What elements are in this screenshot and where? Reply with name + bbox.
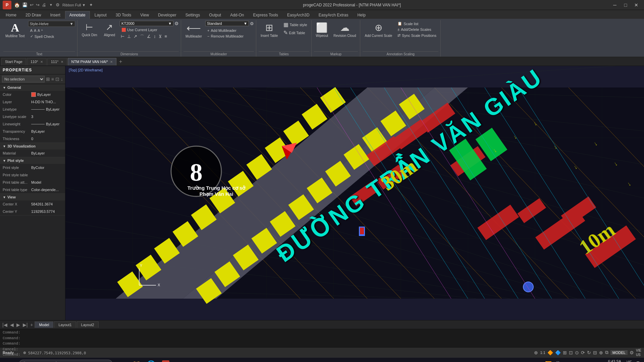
multiline-text-button[interactable]: A Multiline Text — [3, 21, 27, 39]
close-tab-111[interactable]: ✕ — [61, 60, 63, 64]
insert-table-button[interactable]: ⊞ Insert Table — [259, 21, 280, 39]
qat-ribbon-mode[interactable]: Ribbon Full ▼ — [61, 3, 87, 7]
task-view-button[interactable]: ⊟ — [115, 358, 127, 362]
dim-btn-6[interactable]: ↕ — [153, 34, 157, 40]
snap-icon[interactable]: ⊕ — [534, 350, 538, 355]
tab-express[interactable]: Express Tools — [249, 11, 282, 19]
prop-lineweight[interactable]: Lineweight ByLayer — [0, 120, 65, 128]
model-tab-model[interactable]: Model — [35, 321, 53, 328]
close-button[interactable]: ✕ — [631, 0, 641, 10]
minimize-button[interactable]: ─ — [610, 0, 620, 10]
tab-home[interactable]: Home — [1, 11, 21, 19]
tab-output[interactable]: Output — [205, 11, 225, 19]
prop-print-style-table[interactable]: Print style table — [0, 171, 65, 179]
qat-redo[interactable]: ↪ — [35, 2, 40, 7]
add-multileader-button[interactable]: + Add Multileader — [205, 28, 254, 33]
maximize-button[interactable]: □ — [621, 0, 631, 10]
prop-center-x[interactable]: Center X 584261.3674 — [0, 200, 65, 208]
prop-thickness[interactable]: Thickness 0 — [0, 135, 65, 142]
doc-tab-111[interactable]: 111° ✕ — [47, 58, 67, 65]
doc-tab-start[interactable]: Start Page — [1, 58, 26, 65]
snap-btn-6[interactable]: ⟳ — [581, 350, 585, 355]
use-current-layer-button[interactable]: Use Current Layer — [120, 27, 179, 33]
plot-style-header[interactable]: ▼ Plot style — [0, 157, 65, 164]
settings-gear-icon[interactable]: ⚙ — [630, 350, 634, 355]
dim-btn-8[interactable]: ≡ — [164, 34, 168, 40]
snap-btn-7[interactable]: ↻ — [587, 350, 591, 355]
nav-add-button[interactable]: + — [29, 322, 34, 327]
selection-dropdown[interactable]: No selection — [2, 76, 45, 82]
add-current-scale-button[interactable]: ⊕ Add Current Scale — [363, 21, 394, 39]
props-icon-2[interactable]: ≡ — [51, 76, 54, 82]
edit-table-button[interactable]: ✎ Edit Table — [281, 29, 309, 37]
tab-layout[interactable]: Layout — [90, 11, 111, 19]
tab-addon[interactable]: Add-On — [226, 11, 248, 19]
doc-tab-ntm[interactable]: NTM PHAM VAN HAI* ✕ — [68, 58, 116, 65]
taskbar-search[interactable]: 🔍 Nhập tại đây để tìm kiếm — [19, 360, 113, 362]
start-button[interactable]: ⊞ — [3, 359, 17, 362]
sync-scale-button[interactable]: ⇄ Sync Scale Positions — [395, 33, 438, 38]
snap-btn-5[interactable]: ⊙ — [575, 350, 579, 355]
qat-home[interactable]: 🏠 — [13, 2, 20, 8]
tab-developer[interactable]: Developer — [154, 11, 181, 19]
snap-btn-2[interactable]: 🔷 — [555, 350, 561, 355]
table-style-button[interactable]: ▦ Table style — [281, 21, 309, 28]
taskbar-app-explorer[interactable]: 📁 — [129, 358, 143, 362]
close-tab-110[interactable]: ✕ — [40, 60, 43, 64]
spell-check-button[interactable]: ✓ Spell Check — [28, 34, 75, 39]
qat-dropdown[interactable]: ▼ — [48, 2, 54, 7]
multileader-button[interactable]: ⟵ Multileader — [183, 21, 204, 40]
quick-dim-button[interactable]: ⊢ Quick Dim — [80, 21, 99, 38]
dim-btn-4[interactable]: ⌒ — [139, 34, 145, 40]
qat-print[interactable]: 🖨 — [41, 2, 47, 7]
dim-settings-icon[interactable]: ⚙ — [174, 21, 179, 26]
prop-material[interactable]: Material ByLayer — [0, 149, 65, 157]
taskbar-app-progecad[interactable]: P — [159, 358, 172, 362]
text-bigger-button[interactable]: A A A ᴬ — [28, 28, 75, 33]
prop-linetype-scale[interactable]: Linetype scale 3 — [0, 113, 65, 120]
props-icon-3[interactable]: ⊡ — [55, 76, 59, 82]
nav-last-button[interactable]: ▶| — [22, 322, 29, 327]
tab-easyarch3d[interactable]: EasyArch3D — [283, 11, 314, 19]
taskbar-app-edge[interactable]: 🌐 — [144, 358, 158, 362]
dim-btn-3[interactable]: ↗ — [132, 34, 138, 40]
props-icon-4[interactable]: ↓ — [61, 76, 63, 82]
new-tab-button[interactable]: + — [117, 58, 124, 65]
model-tab-layout2[interactable]: Layout2 — [77, 321, 99, 328]
dim-btn-2[interactable]: ⊥ — [126, 34, 132, 40]
prop-layer[interactable]: Layer H-DD N THO... — [0, 98, 65, 106]
tab-annotate[interactable]: Annotate — [65, 11, 90, 19]
snap-btn-4[interactable]: ⊡ — [569, 350, 573, 355]
dim-btn-7[interactable]: ⊻ — [158, 34, 163, 40]
add-delete-scales-button[interactable]: ± Add/Delete Scales — [395, 27, 438, 32]
nav-first-button[interactable]: |◀ — [1, 322, 8, 327]
qat-save[interactable]: 💾 — [21, 2, 28, 7]
props-icon-1[interactable]: ⊞ — [46, 76, 50, 82]
wipeout-button[interactable]: ⬜ Wipeout — [314, 21, 330, 39]
tab-settings[interactable]: Settings — [181, 11, 204, 19]
prop-center-y[interactable]: Center Y 1192953.5774 — [0, 208, 65, 215]
text-style-selector[interactable]: Style-Helve ▼ — [28, 21, 75, 27]
revision-cloud-button[interactable]: ☁ Revision Cloud — [331, 21, 358, 39]
aligned-dim-button[interactable]: ↗ Aligned — [102, 21, 117, 38]
view-section-header[interactable]: ▼ View — [0, 194, 65, 200]
prop-color[interactable]: Color ByLayer — [0, 91, 65, 98]
tab-easyarch-extras[interactable]: EasyArch Extras — [314, 11, 353, 19]
doc-tab-110[interactable]: 110° ✕ — [27, 58, 47, 65]
close-tab-ntm[interactable]: ✕ — [110, 60, 113, 64]
dim-style-selector[interactable]: KT2000 ▼ — [120, 21, 173, 26]
clock-display[interactable]: 6:43 SA 02/03/2022 — [605, 359, 624, 362]
ml-settings-icon[interactable]: ⚙ — [250, 21, 254, 26]
model-badge[interactable]: MODEL — [610, 350, 628, 355]
prop-transparency[interactable]: Transparency ByLayer — [0, 128, 65, 135]
prop-print-table-att[interactable]: Print table att... Model — [0, 179, 65, 186]
nav-prev-button[interactable]: ◀ — [9, 322, 15, 327]
dim-btn-5[interactable]: ∠ — [146, 34, 152, 40]
qat-undo[interactable]: ↩ — [29, 2, 34, 7]
tab-help[interactable]: Help — [353, 11, 370, 19]
tab-view[interactable]: View — [136, 11, 153, 19]
snap-btn-3[interactable]: ⊞ — [563, 350, 567, 355]
remove-multileader-button[interactable]: − Remove Multileader — [205, 34, 254, 39]
multileader-style-selector[interactable]: Standard ▼ — [205, 21, 249, 26]
dim-btn-1[interactable]: ⊢ — [120, 34, 125, 40]
